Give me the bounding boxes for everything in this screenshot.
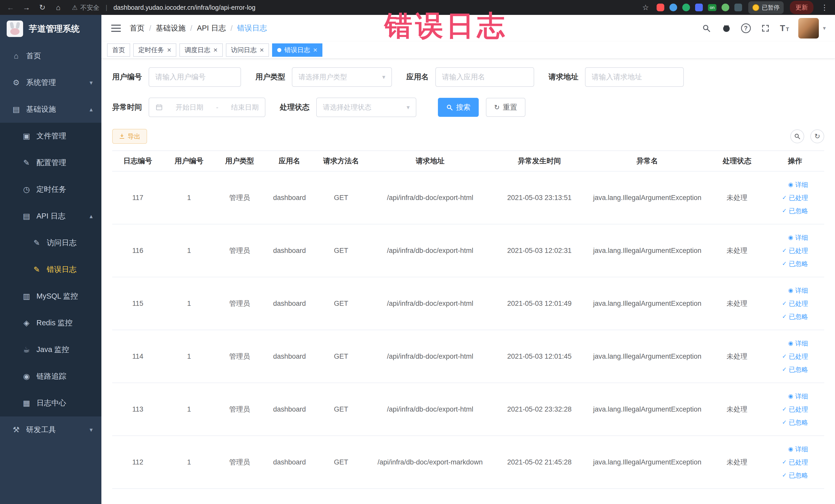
- sidebar-item-mysql-monitor[interactable]: ▥MySQL 监控: [0, 283, 101, 310]
- sidebar-item-dev-tools[interactable]: ⚒研发工具▾: [0, 417, 101, 443]
- tab-home[interactable]: 首页: [107, 43, 130, 57]
- mark-ignored-link[interactable]: ✓已忽略: [782, 418, 808, 427]
- user-avatar[interactable]: [798, 18, 819, 39]
- forward-icon[interactable]: →: [22, 4, 31, 11]
- screen: ← → ↻ ⌂ ⚠ 不安全 | dashboard.yudao.iocoder.…: [0, 0, 835, 504]
- fullscreen-icon[interactable]: [760, 23, 771, 34]
- request-url-input[interactable]: [585, 67, 684, 87]
- refresh-table-button[interactable]: ↻: [810, 129, 824, 143]
- mark-processed-link[interactable]: ✓已处理: [782, 246, 808, 255]
- detail-link[interactable]: ◉详细: [788, 445, 808, 453]
- extension-on-badge[interactable]: on: [708, 4, 716, 11]
- sidebar-item-access-log[interactable]: ✎访问日志: [0, 229, 101, 256]
- sidebar-item-java-monitor[interactable]: ☕Java 监控: [0, 336, 101, 363]
- sidebar-item-home[interactable]: ⌂首页: [0, 43, 101, 69]
- close-icon[interactable]: ×: [260, 46, 264, 54]
- breadcrumb-infra[interactable]: 基础设施: [156, 23, 186, 33]
- extension-icon[interactable]: [721, 4, 729, 11]
- sidebar-item-log-center[interactable]: ▦日志中心: [0, 390, 101, 417]
- font-size-icon[interactable]: TT: [780, 23, 789, 33]
- browser-home-icon[interactable]: ⌂: [54, 4, 63, 11]
- cell-status: 未处理: [708, 224, 766, 277]
- tab-error-log[interactable]: 错误日志×: [272, 43, 322, 57]
- eye-icon: ◉: [788, 287, 793, 293]
- action-label: 已处理: [789, 405, 808, 414]
- extension-icon[interactable]: [669, 4, 677, 11]
- back-icon[interactable]: ←: [6, 4, 15, 11]
- process-status-select[interactable]: 请选择处理状态 ▾: [316, 98, 416, 117]
- filter-request-url: 请求地址: [549, 67, 684, 87]
- extension-icon[interactable]: [682, 4, 690, 11]
- paused-extension-button[interactable]: 已暂停: [748, 1, 784, 14]
- sidebar-item-file-manage[interactable]: ▣文件管理: [0, 123, 101, 149]
- tab-cron-job[interactable]: 定时任务×: [133, 43, 176, 57]
- detail-link[interactable]: ◉详细: [788, 181, 808, 189]
- cell-app-name: dashboard: [265, 436, 314, 489]
- search-button[interactable]: 搜索: [438, 98, 479, 117]
- table-row: 1171管理员dashboardGET/api/infra/db-doc/exp…: [112, 171, 824, 224]
- tab-label: 首页: [112, 46, 125, 54]
- mark-ignored-link[interactable]: ✓已忽略: [782, 313, 808, 321]
- url-text[interactable]: dashboard.yudao.iocoder.cn/infra/log/api…: [114, 4, 256, 11]
- breadcrumb-api-log[interactable]: API 日志: [197, 23, 226, 33]
- check-icon: ✓: [782, 248, 787, 254]
- avatar-chevron-down-icon[interactable]: ▾: [823, 25, 826, 32]
- sidebar-item-api-log[interactable]: ▤API 日志▴: [0, 203, 101, 229]
- table-row: 1121管理员dashboardGET/api/infra/db-doc/exp…: [112, 436, 824, 489]
- detail-link[interactable]: ◉详细: [788, 339, 808, 348]
- app-name-input[interactable]: [435, 67, 534, 87]
- cell-url: /api/infra/db-doc/export-html: [368, 330, 492, 383]
- tab-access-log[interactable]: 访问日志×: [226, 43, 269, 57]
- toggle-search-button[interactable]: [790, 129, 804, 143]
- search-icon[interactable]: [701, 23, 712, 34]
- extension-icon[interactable]: [657, 4, 664, 11]
- bookmark-star-icon[interactable]: ☆: [641, 4, 650, 11]
- extension-icon[interactable]: [695, 4, 703, 11]
- sidebar-item-system[interactable]: ⚙系统管理▾: [0, 69, 101, 96]
- extension-icon[interactable]: [734, 4, 742, 11]
- github-icon[interactable]: [721, 23, 732, 34]
- sidebar-item-config-manage[interactable]: ✎配置管理: [0, 149, 101, 176]
- app-logo[interactable]: 芋道管理系统: [0, 15, 101, 43]
- mark-ignored-link[interactable]: ✓已忽略: [782, 207, 808, 215]
- close-icon[interactable]: ×: [213, 46, 218, 54]
- action-label: 已忽略: [789, 313, 808, 321]
- mark-processed-link[interactable]: ✓已处理: [782, 458, 808, 466]
- close-icon[interactable]: ×: [313, 46, 317, 54]
- mark-ignored-link[interactable]: ✓已忽略: [782, 365, 808, 374]
- mark-processed-link[interactable]: ✓已处理: [782, 352, 808, 361]
- cell-time: 2021-05-03 12:01:45: [492, 330, 586, 383]
- tab-job-log[interactable]: 调度日志×: [179, 43, 223, 57]
- mark-processed-link[interactable]: ✓已处理: [782, 405, 808, 414]
- reload-icon[interactable]: ↻: [38, 4, 47, 11]
- detail-link[interactable]: ◉详细: [788, 234, 808, 242]
- help-icon[interactable]: ?: [741, 23, 751, 33]
- breadcrumb-home[interactable]: 首页: [130, 23, 144, 33]
- user-id-input[interactable]: [149, 67, 241, 87]
- download-icon: [119, 133, 125, 139]
- browser-menu-icon[interactable]: ⋮: [820, 4, 829, 11]
- sidebar-item-trace[interactable]: ◉链路追踪: [0, 363, 101, 390]
- user-type-select[interactable]: 请选择用户类型 ▾: [292, 67, 392, 87]
- sidebar-item-redis-monitor[interactable]: ◈Redis 监控: [0, 310, 101, 336]
- site-security[interactable]: ⚠ 不安全: [72, 3, 99, 12]
- mark-ignored-link[interactable]: ✓已忽略: [782, 260, 808, 268]
- detail-link[interactable]: ◉详细: [788, 286, 808, 295]
- extensions-group: on: [657, 4, 742, 11]
- sidebar-item-infra[interactable]: ▤基础设施▴: [0, 96, 101, 123]
- sidebar-item-cron-job[interactable]: ◷定时任务: [0, 176, 101, 203]
- export-button[interactable]: 导出: [112, 129, 147, 144]
- mark-processed-link[interactable]: ✓已处理: [782, 299, 808, 308]
- reset-button[interactable]: ↻ 重置: [486, 98, 526, 117]
- security-label: 不安全: [80, 3, 99, 12]
- close-icon[interactable]: ×: [167, 46, 171, 54]
- hamburger-icon[interactable]: [110, 23, 121, 33]
- filter-label: 处理状态: [280, 102, 309, 113]
- sidebar-item-error-log[interactable]: ✎错误日志: [0, 256, 101, 283]
- mark-ignored-link[interactable]: ✓已忽略: [782, 471, 808, 480]
- mark-processed-link[interactable]: ✓已处理: [782, 194, 808, 202]
- exception-time-range-picker[interactable]: 开始日期 - 结束日期: [149, 98, 265, 117]
- browser-update-button[interactable]: 更新: [790, 1, 813, 14]
- table-row: 1131管理员dashboardGET/api/infra/db-doc/exp…: [112, 383, 824, 436]
- detail-link[interactable]: ◉详细: [788, 392, 808, 401]
